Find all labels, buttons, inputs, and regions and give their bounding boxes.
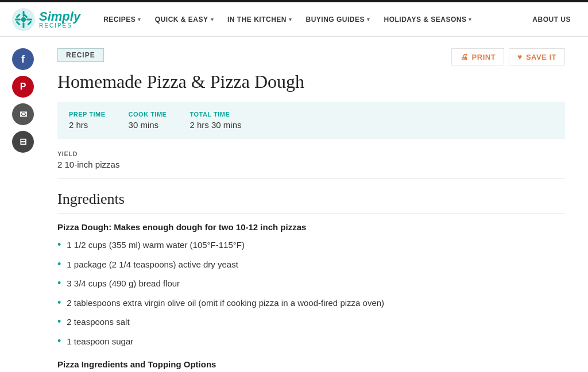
svg-rect-3 <box>23 22 25 28</box>
prep-time-block: PREP TIME 2 hrs <box>69 111 106 130</box>
nav-item-recipes[interactable]: RECIPES ▾ <box>98 12 147 27</box>
nav-item-buying-guides[interactable]: BUYING GUIDES ▾ <box>300 12 376 27</box>
pizza-topping-subtitle: Pizza Ingredients and Topping Options <box>57 359 565 369</box>
facebook-button[interactable]: f <box>12 48 34 70</box>
recipe-badge: RECIPE <box>57 48 104 62</box>
content-area: RECIPE 🖨 PRINT ♥ SAVE IT Homemade Pizza … <box>46 37 588 372</box>
recipe-title: Homemade Pizza & Pizza Dough <box>57 71 565 92</box>
cook-time-block: COOK TIME 30 mins <box>129 111 167 130</box>
list-item: 1 1/2 cups (355 ml) warm water (105°F-11… <box>57 239 565 251</box>
list-item: 2 teaspoons salt <box>57 316 565 328</box>
chevron-down-icon: ▾ <box>289 17 292 22</box>
action-buttons: 🖨 PRINT ♥ SAVE IT <box>451 48 565 65</box>
print-button[interactable]: 🖨 PRINT <box>451 48 504 65</box>
svg-point-1 <box>21 17 26 22</box>
nav-item-quick-easy[interactable]: QUICK & EASY ▾ <box>149 12 219 27</box>
logo-link[interactable]: Simply RECIPES <box>11 7 80 32</box>
nav-item-holidays[interactable]: HOLIDAYS & SEASONS ▾ <box>378 12 478 27</box>
total-time-label: TOTAL TIME <box>189 111 241 118</box>
nav-item-about-us[interactable]: ABOUT US <box>527 12 577 27</box>
svg-rect-5 <box>26 18 32 20</box>
save-it-button[interactable]: ♥ SAVE IT <box>509 48 565 65</box>
social-sidebar: f P ✉ ⊟ <box>0 37 46 372</box>
pizza-dough-subtitle: Pizza Dough: Makes enough dough for two … <box>57 222 565 232</box>
time-section: PREP TIME 2 hrs COOK TIME 30 mins TOTAL … <box>57 102 565 139</box>
chevron-down-icon: ▾ <box>211 17 214 22</box>
yield-label: YIELD <box>57 150 565 157</box>
chevron-down-icon: ▾ <box>367 17 370 22</box>
page-layout: f P ✉ ⊟ RECIPE 🖨 PRINT ♥ SAVE IT <box>0 37 588 372</box>
svg-rect-4 <box>15 18 21 20</box>
ingredient-list: 1 1/2 cups (355 ml) warm water (105°F-11… <box>57 239 565 348</box>
navbar: Simply RECIPES RECIPES ▾ QUICK & EASY ▾ … <box>0 2 588 37</box>
cook-time-label: COOK TIME <box>129 111 167 118</box>
chevron-down-icon: ▾ <box>138 17 141 22</box>
nav-item-in-the-kitchen[interactable]: IN THE KITCHEN ▾ <box>222 12 298 27</box>
ingredients-title: Ingredients <box>57 191 565 214</box>
print-icon: ⊟ <box>20 137 27 147</box>
yield-section: YIELD 2 10-inch pizzas <box>57 150 565 179</box>
logo-recipes: RECIPES <box>39 23 80 29</box>
pinterest-button[interactable]: P <box>12 76 34 98</box>
prep-time-label: PREP TIME <box>69 111 106 118</box>
total-time-block: TOTAL TIME 2 hrs 30 mins <box>189 111 241 130</box>
list-item: 3 3/4 cups (490 g) bread flour <box>57 277 565 290</box>
prep-time-value: 2 hrs <box>69 120 106 130</box>
nav-items: RECIPES ▾ QUICK & EASY ▾ IN THE KITCHEN … <box>98 12 577 27</box>
yield-value: 2 10-inch pizzas <box>57 160 565 169</box>
chevron-down-icon: ▾ <box>469 17 472 22</box>
email-icon: ✉ <box>20 109 27 120</box>
total-time-value: 2 hrs 30 mins <box>189 120 241 130</box>
list-item: 1 teaspoon sugar <box>57 335 565 348</box>
heart-icon: ♥ <box>517 52 523 61</box>
logo-icon <box>11 7 36 32</box>
pinterest-icon: P <box>20 82 26 92</box>
logo-text: Simply RECIPES <box>39 10 80 29</box>
logo-simply: Simply <box>39 10 80 23</box>
email-button[interactable]: ✉ <box>12 103 34 125</box>
list-item: 1 package (2 1/4 teaspoons) active dry y… <box>57 258 565 271</box>
printer-icon: 🖨 <box>460 52 469 61</box>
print-sidebar-button[interactable]: ⊟ <box>12 131 34 153</box>
cook-time-value: 30 mins <box>129 120 167 130</box>
list-item: 2 tablespoons extra virgin olive oil (om… <box>57 297 565 309</box>
facebook-icon: f <box>21 53 25 65</box>
